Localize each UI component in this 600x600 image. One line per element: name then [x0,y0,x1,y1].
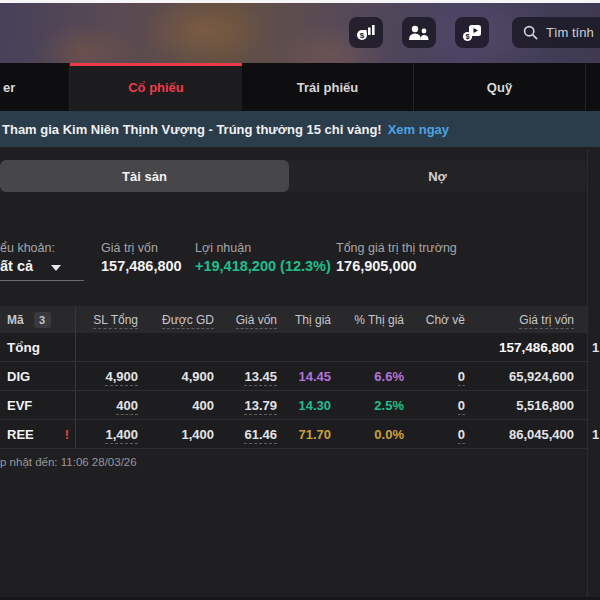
search-placeholder: Tìm tính [546,25,594,40]
cell-sl-tong: 400 [76,398,138,413]
alert-icon[interactable]: ! [65,427,69,442]
symbol-label: REE [7,427,34,442]
tab-partial-left[interactable]: er [0,63,70,111]
cell-gia-tri-von: 65,924,600 [465,369,574,384]
promo-banner[interactable]: Tham gia Kim Niên Thịnh Vượng - Trúng th… [0,111,600,147]
video-rewards-button[interactable]: $ [455,17,489,48]
cost-value: 157,486,800 [101,258,182,274]
cell-pct: 6.6% [331,369,404,384]
promo-link[interactable]: Xem ngay [388,122,449,137]
blurred-header-background [0,3,600,63]
symbol-cell: REE ! [0,420,76,448]
symbol-header-label: Mã [7,313,24,327]
profit-value: +19,418,200 (12.3%) [195,258,331,274]
referral-people-icon [408,25,430,41]
table-row-evf[interactable]: EVF 400 400 13.79 14.30 2.5% 0 5,516,800 [0,391,587,420]
cell-sl-tong: 4,900 [76,369,138,384]
subaccount-dropdown[interactable]: ất cả [0,258,61,274]
cell-duoc-gd: 1,400 [138,427,214,442]
market-value-label: Tổng giá trị thị trường [336,241,457,255]
dropdown-underline [0,280,84,281]
main-tabbar: er Cổ phiếu Trái phiếu Quỹ [0,63,600,111]
cell-gia-tri-von: 86,045,400 [465,427,574,442]
cell-thi-gia: 71.70 [277,427,331,442]
svg-text:$: $ [360,31,365,40]
cell-duoc-gd: 4,900 [138,369,214,384]
video-rewards-icon: $ [462,24,482,42]
table-row-ree[interactable]: REE ! 1,400 1,400 61.46 71.70 0.0% 0 86,… [0,420,587,449]
col-header-thi-gia[interactable]: Thị giá [277,313,331,327]
segment-label: Tài sản [122,169,167,184]
ree-overflow-fragment: 1 [592,427,600,442]
segment-no[interactable]: Nợ [289,160,586,192]
right-panel-divider [587,150,588,600]
cell-thi-gia: 14.30 [277,398,331,413]
search-icon [523,25,538,40]
cell-gia-von: 13.45 [214,369,277,384]
segment-tai-san[interactable]: Tài sản [0,160,289,192]
tab-label: Trái phiếu [297,80,358,95]
tab-co-phieu[interactable]: Cổ phiếu [70,63,242,111]
total-cost-value: 157,486,800 [465,340,574,355]
cell-cho-ve: 0 [404,369,465,384]
search-input[interactable]: Tìm tính [512,17,600,48]
total-overflow-fragment: 1 [592,340,600,355]
tab-label: Quỹ [487,80,512,95]
total-label: Tổng [0,333,76,361]
app-screen: $ $ T [0,0,600,600]
tab-quy[interactable]: Quỹ [414,63,586,111]
cell-duoc-gd: 400 [138,398,214,413]
col-header-duoc-gd[interactable]: Được GD [138,313,214,327]
col-symbol-header[interactable]: Mã 3 [0,306,76,333]
col-header-cho-ve[interactable]: Chờ về [404,313,465,327]
money-stats-icon: $ [356,24,376,41]
referral-button[interactable] [402,17,436,48]
cell-cho-ve: 0 [404,398,465,413]
table-row-total: Tổng 157,486,800 [0,333,587,362]
cell-pct: 2.5% [331,398,404,413]
last-updated-text: p nhật đến: 11:06 28/03/26 [0,456,137,468]
asset-debt-segmented: Tài sản Nợ [0,160,586,192]
table-header: Mã 3 SL Tổng Được GD Giá vốn Thị giá % T… [0,306,587,333]
cost-value-label: Giá trị vốn [101,241,158,255]
symbol-cell: EVF [0,391,76,419]
cell-gia-von: 61.46 [214,427,277,442]
col-header-gia-tri-von[interactable]: Giá trị vốn [465,313,574,327]
table-row-dig[interactable]: DIG 4,900 4,900 13.45 14.45 6.6% 0 65,92… [0,362,587,391]
market-value: 176,905,000 [336,258,417,274]
segment-label: Nợ [428,169,447,184]
cell-cho-ve: 0 [404,427,465,442]
subaccount-value: ất cả [0,258,33,274]
symbol-count-badge: 3 [34,312,51,328]
subaccount-label: ểu khoản: [0,241,55,255]
col-header-sl-tong[interactable]: SL Tổng [76,313,138,327]
symbol-cell: DIG [0,362,76,390]
tab-label: er [3,80,15,95]
cell-gia-tri-von: 5,516,800 [465,398,574,413]
profit-label: Lợi nhuận [195,241,251,255]
money-stats-button[interactable]: $ [349,17,383,48]
chevron-down-icon [51,265,61,271]
tab-trai-phieu[interactable]: Trái phiếu [242,63,414,111]
col-header-pct-thi-gia[interactable]: % Thị giá [331,313,404,327]
cell-thi-gia: 14.45 [277,369,331,384]
cell-sl-tong: 1,400 [76,427,138,442]
cell-pct: 0.0% [331,427,404,442]
tab-label: Cổ phiếu [128,80,184,95]
promo-text: Tham gia Kim Niên Thịnh Vượng - Trúng th… [2,122,382,137]
cell-gia-von: 13.79 [214,398,277,413]
col-header-gia-von[interactable]: Giá vốn [214,313,277,327]
